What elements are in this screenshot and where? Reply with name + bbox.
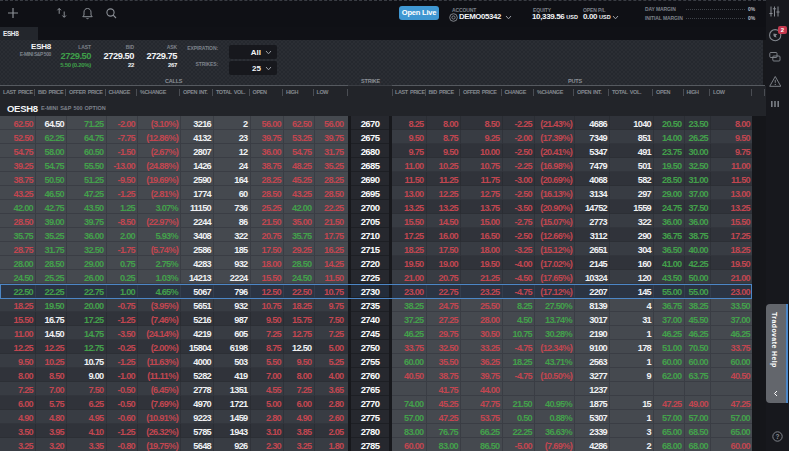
svg-text:?: ? [776,433,780,440]
